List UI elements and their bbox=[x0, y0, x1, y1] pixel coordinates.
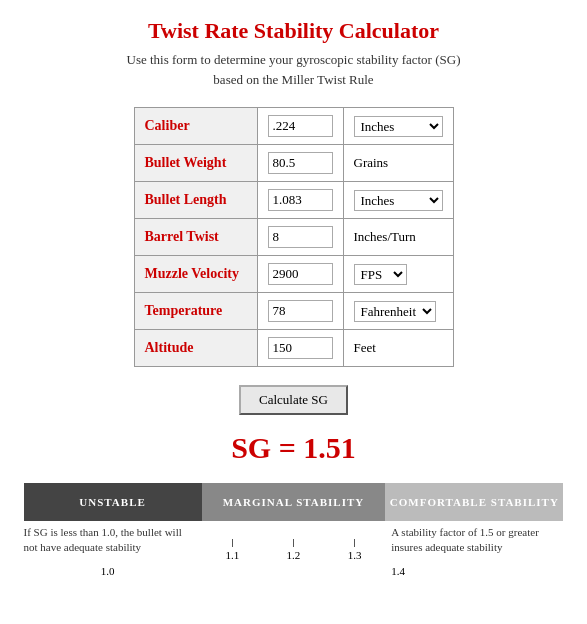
stability-descriptions: If SG is less than 1.0, the bullet will … bbox=[24, 525, 564, 563]
field-input-1[interactable] bbox=[268, 152, 333, 174]
field-unit-5[interactable]: FahrenheitCelsius bbox=[343, 293, 453, 330]
form-row-bullet-weight: Bullet WeightGrains bbox=[134, 145, 453, 182]
page-title: Twist Rate Stability Calculator bbox=[148, 18, 439, 44]
desc-ticks: 1.1 1.2 1.3 bbox=[202, 525, 386, 563]
desc-unstable: If SG is less than 1.0, the bullet will … bbox=[24, 525, 202, 563]
label-1.4: 1.4 bbox=[385, 565, 563, 577]
field-unit-4[interactable]: FPSMPS bbox=[343, 256, 453, 293]
bottom-labels: 1.0 1.4 bbox=[24, 565, 564, 577]
field-label-6: Altitude bbox=[134, 330, 257, 367]
field-input-3[interactable] bbox=[268, 226, 333, 248]
label-mid bbox=[202, 565, 386, 577]
tick-1.1: 1.1 bbox=[225, 539, 239, 561]
field-input-2[interactable] bbox=[268, 189, 333, 211]
form-row-muzzle-velocity: Muzzle VelocityFPSMPS bbox=[134, 256, 453, 293]
form-row-caliber: CaliberInchesCentimetersMillimeters bbox=[134, 108, 453, 145]
subtitle: Use this form to determine your gyroscop… bbox=[127, 50, 461, 89]
field-unit-2[interactable]: InchesCentimetersMillimeters bbox=[343, 182, 453, 219]
form-row-bullet-length: Bullet LengthInchesCentimetersMillimeter… bbox=[134, 182, 453, 219]
field-unit-1: Grains bbox=[343, 145, 453, 182]
bar-comfortable: COMFORTABLE STABILITY bbox=[385, 483, 563, 521]
form-row-barrel-twist: Barrel TwistInches/Turn bbox=[134, 219, 453, 256]
field-label-5: Temperature bbox=[134, 293, 257, 330]
field-unit-6: Feet bbox=[343, 330, 453, 367]
desc-comfortable: A stability factor of 1.5 or greater ins… bbox=[385, 525, 563, 563]
field-label-1: Bullet Weight bbox=[134, 145, 257, 182]
field-input-0[interactable] bbox=[268, 115, 333, 137]
field-select-0[interactable]: InchesCentimetersMillimeters bbox=[354, 116, 443, 137]
subtitle-line1: Use this form to determine your gyroscop… bbox=[127, 52, 461, 67]
bar-marginal: MARGINAL STABILITY bbox=[202, 483, 386, 521]
bar-unstable: UNSTABLE bbox=[24, 483, 202, 521]
field-input-6[interactable] bbox=[268, 337, 333, 359]
tick-1.3: 1.3 bbox=[348, 539, 362, 561]
stability-bars: UNSTABLE MARGINAL STABILITY COMFORTABLE … bbox=[24, 483, 564, 521]
stability-chart: UNSTABLE MARGINAL STABILITY COMFORTABLE … bbox=[24, 483, 564, 577]
subtitle-line2: based on the Miller Twist Rule bbox=[213, 72, 373, 87]
field-unit-0[interactable]: InchesCentimetersMillimeters bbox=[343, 108, 453, 145]
field-select-4[interactable]: FPSMPS bbox=[354, 264, 407, 285]
sg-result: SG = 1.51 bbox=[231, 431, 356, 465]
tick-1.2: 1.2 bbox=[287, 539, 301, 561]
field-input-4[interactable] bbox=[268, 263, 333, 285]
calculate-button[interactable]: Calculate SG bbox=[239, 385, 348, 415]
field-select-2[interactable]: InchesCentimetersMillimeters bbox=[354, 190, 443, 211]
label-1.0: 1.0 bbox=[24, 565, 202, 577]
field-label-2: Bullet Length bbox=[134, 182, 257, 219]
field-label-3: Barrel Twist bbox=[134, 219, 257, 256]
field-label-0: Caliber bbox=[134, 108, 257, 145]
field-select-5[interactable]: FahrenheitCelsius bbox=[354, 301, 436, 322]
input-form: CaliberInchesCentimetersMillimetersBulle… bbox=[134, 107, 454, 367]
field-input-5[interactable] bbox=[268, 300, 333, 322]
form-row-temperature: TemperatureFahrenheitCelsius bbox=[134, 293, 453, 330]
field-label-4: Muzzle Velocity bbox=[134, 256, 257, 293]
form-row-altitude: AltitudeFeet bbox=[134, 330, 453, 367]
field-unit-3: Inches/Turn bbox=[343, 219, 453, 256]
